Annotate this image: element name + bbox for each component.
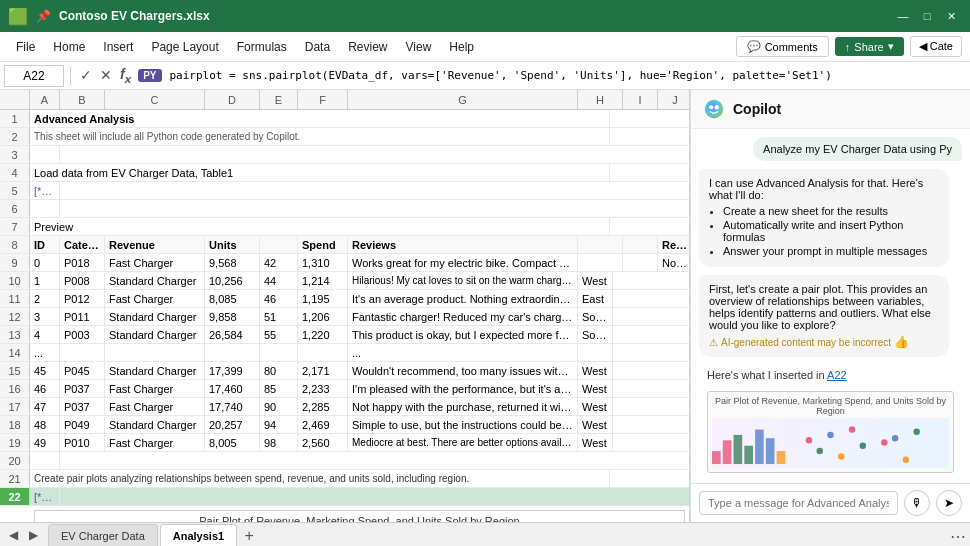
cell-a21[interactable]: Create pair plots analyzing relationship… — [30, 470, 610, 487]
cell-f8: Spend — [298, 236, 348, 253]
table-row: 12 3 P011 Standard Charger 9,858 51 1,20… — [0, 308, 689, 326]
svg-rect-61 — [766, 438, 775, 464]
formula-checkmark-icon[interactable]: ✓ — [77, 67, 95, 83]
table-row: 1 Advanced Analysis — [0, 110, 689, 128]
copilot-input[interactable] — [699, 491, 898, 515]
inserted-cell-link[interactable]: A22 — [827, 369, 847, 381]
comments-icon: 💬 — [747, 40, 761, 53]
cell-d8: Units — [205, 236, 260, 253]
cell-e8 — [260, 236, 298, 253]
svg-point-66 — [838, 453, 844, 459]
table-row: 22 [*]Image — [0, 488, 689, 506]
svg-point-54 — [709, 105, 714, 110]
send-button[interactable]: ➤ — [936, 490, 962, 516]
tab-next-button[interactable]: ▶ — [24, 526, 42, 544]
comments-button[interactable]: 💬 Comments — [736, 36, 829, 57]
cell-a6 — [30, 200, 60, 217]
table-row: 16 46 P037 Fast Charger 17,460 85 2,233 … — [0, 380, 689, 398]
formula-controls: ✓ ✕ fx — [77, 66, 134, 85]
copilot-title: Copilot — [733, 101, 781, 117]
table-row: 8 ID Category Revenue Units Spend Review… — [0, 236, 689, 254]
menu-insert[interactable]: Insert — [95, 36, 141, 58]
table-row: 11 2 P012 Fast Charger 8,085 46 1,195 It… — [0, 290, 689, 308]
table-row: 5 [*]DataFrame — [0, 182, 689, 200]
column-header-row: A B C D E F G H I J — [0, 90, 689, 110]
cell-a3 — [30, 146, 60, 163]
cell-h8 — [578, 236, 623, 253]
cell-g8: Reviews — [348, 236, 578, 253]
svg-rect-62 — [777, 451, 786, 464]
menu-data[interactable]: Data — [297, 36, 338, 58]
title-bar: 🟩 📌 Contoso EV Chargers.xlsx — □ ✕ — [0, 0, 970, 32]
menu-view[interactable]: View — [398, 36, 440, 58]
tab-options-button[interactable]: ⋯ — [950, 527, 966, 546]
formula-divider — [70, 67, 71, 85]
table-row: 3 — [0, 146, 689, 164]
close-button[interactable]: ✕ — [940, 5, 962, 27]
table-row: 13 4 P003 Standard Charger 26,584 55 1,2… — [0, 326, 689, 344]
formula-fx-icon[interactable]: fx — [117, 66, 134, 85]
formula-input[interactable]: pairplot = sns.pairplot(EVData_df, vars=… — [166, 69, 967, 82]
table-row: 19 49 P010 Fast Charger 8,005 98 2,560 M… — [0, 434, 689, 452]
ai-message-2: First, let's create a pair plot. This pr… — [699, 275, 949, 357]
formula-cross-icon[interactable]: ✕ — [97, 67, 115, 83]
cell-c8: Revenue — [105, 236, 205, 253]
table-row: 20 — [0, 452, 689, 470]
col-header-j: J — [658, 90, 690, 109]
svg-point-68 — [860, 442, 866, 448]
sheet-tab-ev-charger-data[interactable]: EV Charger Data — [48, 524, 158, 546]
table-row: 7 Preview — [0, 218, 689, 236]
svg-point-71 — [903, 456, 909, 462]
app-icon: 🟩 — [8, 7, 28, 26]
inserted-label: Here's what I inserted in A22 — [699, 365, 962, 383]
menu-formulas[interactable]: Formulas — [229, 36, 295, 58]
mic-button[interactable]: 🎙 — [904, 490, 930, 516]
cell-a22[interactable]: [*]Image — [30, 488, 60, 505]
chart-thumb-title: Pair Plot of Revenue, Marketing Spend, a… — [712, 396, 949, 416]
menu-review[interactable]: Review — [340, 36, 395, 58]
file-name: Contoso EV Chargers.xlsx — [59, 9, 884, 23]
menu-home[interactable]: Home — [45, 36, 93, 58]
cell-a7[interactable]: Preview — [30, 218, 610, 235]
sheet-tab-analysis1[interactable]: Analysis1 — [160, 524, 237, 546]
chart-container: Pair Plot of Revenue, Marketing Spend, a… — [34, 510, 685, 522]
table-row: 15 45 P045 Standard Charger 17,399 80 2,… — [0, 362, 689, 380]
col-header-i: I — [623, 90, 658, 109]
col-header-a: A — [30, 90, 60, 109]
thumbs-up-button[interactable]: 👍 — [894, 335, 909, 349]
svg-point-72 — [913, 428, 919, 434]
cate-button[interactable]: ◀ Cate — [910, 36, 962, 57]
cell-a5[interactable]: [*]DataFrame — [30, 182, 60, 199]
col-header-c: C — [105, 90, 205, 109]
svg-point-67 — [849, 426, 855, 432]
table-row: 18 48 P049 Standard Charger 20,257 94 2,… — [0, 416, 689, 434]
cell-a1[interactable]: Advanced Analysis — [30, 110, 610, 127]
share-button[interactable]: ↑ Share ▾ — [835, 37, 904, 56]
cell-a4[interactable]: Load data from EV Charger Data, Table1 — [30, 164, 610, 181]
svg-point-65 — [827, 432, 833, 438]
minimize-button[interactable]: — — [892, 5, 914, 27]
cell-b8: Category — [60, 236, 105, 253]
pin-icon[interactable]: 📌 — [36, 9, 51, 23]
mini-chart-svg — [712, 418, 949, 468]
col-header-b: B — [60, 90, 105, 109]
table-row: 10 1 P008 Standard Charger 10,256 44 1,2… — [0, 272, 689, 290]
table-row: 9 0 P018 Fast Charger 9,568 42 1,310 Wor… — [0, 254, 689, 272]
copilot-header: Copilot — [691, 90, 970, 129]
spreadsheet: A B C D E F G H I J 1 Advanced Analysis … — [0, 90, 690, 522]
cell-reference-input[interactable] — [4, 65, 64, 87]
main-area: A B C D E F G H I J 1 Advanced Analysis … — [0, 90, 970, 522]
menu-help[interactable]: Help — [441, 36, 482, 58]
cate-icon: ◀ — [919, 40, 927, 52]
tab-prev-button[interactable]: ◀ — [4, 526, 22, 544]
menu-page-layout[interactable]: Page Layout — [143, 36, 226, 58]
add-sheet-button[interactable]: + — [239, 526, 259, 546]
maximize-button[interactable]: □ — [916, 5, 938, 27]
svg-rect-56 — [712, 451, 721, 464]
col-header-g: G — [348, 90, 578, 109]
svg-point-55 — [714, 105, 719, 110]
cell-a2[interactable]: This sheet will include all Python code … — [30, 128, 610, 145]
copilot-logo — [703, 98, 725, 120]
menu-file[interactable]: File — [8, 36, 43, 58]
table-row: 21 Create pair plots analyzing relations… — [0, 470, 689, 488]
